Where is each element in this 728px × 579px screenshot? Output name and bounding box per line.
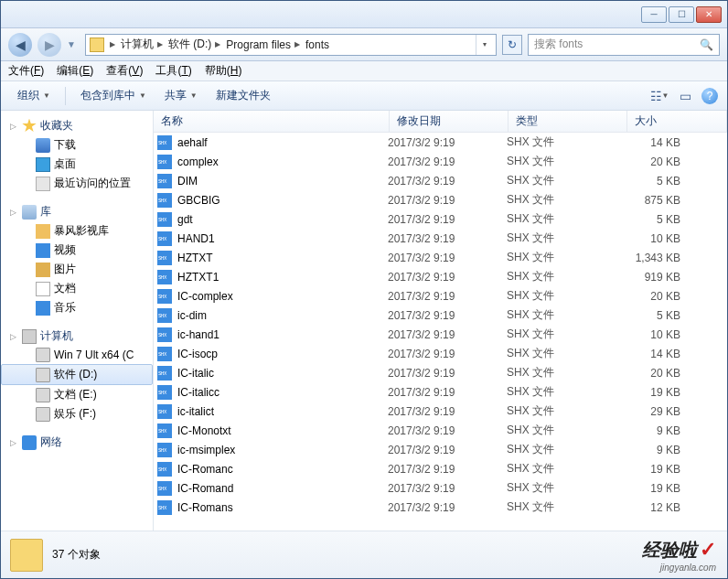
tree-downloads[interactable]: 下载: [1, 135, 153, 155]
shx-file-icon: [157, 135, 172, 150]
file-type: SHX 文件: [507, 442, 626, 457]
computer-icon: [22, 329, 37, 344]
file-name: IC-Monotxt: [177, 424, 231, 437]
tree-favorites[interactable]: ▷收藏夹: [1, 116, 153, 135]
file-row[interactable]: HZTXT12017/3/2 9:19SHX 文件919 KB: [154, 267, 727, 286]
shx-file-icon: [157, 385, 172, 400]
star-icon: [22, 119, 37, 134]
tree-documents[interactable]: 文档: [1, 279, 153, 298]
file-row[interactable]: IC-Romanc2017/3/2 9:19SHX 文件19 KB: [154, 459, 727, 478]
file-row[interactable]: IC-Monotxt2017/3/2 9:19SHX 文件9 KB: [154, 421, 727, 440]
file-type: SHX 文件: [507, 307, 626, 323]
file-name: ic-italict: [177, 405, 214, 418]
file-row[interactable]: GBCBIG2017/3/2 9:19SHX 文件875 KB: [154, 190, 727, 209]
file-type: SHX 文件: [507, 327, 626, 342]
tree-videos[interactable]: 视频: [1, 241, 153, 260]
view-mode-button[interactable]: ☷ ▼: [650, 89, 669, 103]
file-row[interactable]: IC-Romand2017/3/2 9:19SHX 文件19 KB: [154, 478, 727, 498]
minimize-button[interactable]: ─: [641, 6, 667, 23]
menu-help[interactable]: 帮助(H): [205, 63, 242, 79]
file-row[interactable]: ic-italict2017/3/2 9:19SHX 文件29 KB: [154, 402, 727, 421]
shx-file-icon: [157, 270, 172, 284]
file-size: 1,343 KB: [626, 252, 690, 264]
col-name[interactable]: 名称: [154, 111, 390, 132]
file-type: SHX 文件: [507, 403, 626, 419]
file-row[interactable]: ic-msimplex2017/3/2 9:19SHX 文件9 KB: [154, 440, 727, 459]
toolbar: 组织 ▼ 包含到库中 ▼ 共享 ▼ 新建文件夹 ☷ ▼ ▭ ?: [1, 81, 727, 111]
tree-libraries[interactable]: ▷库: [1, 202, 153, 221]
tree-drive-c[interactable]: Win 7 Ult x64 (C: [1, 346, 153, 364]
history-dropdown[interactable]: ▼: [67, 39, 80, 49]
file-row[interactable]: HAND12017/3/2 9:19SHX 文件10 KB: [154, 229, 727, 248]
menu-edit[interactable]: 编辑(E): [57, 63, 93, 79]
file-type: SHX 文件: [507, 250, 626, 265]
explorer-window: ─ ☐ ✕ ◀ ▶ ▼ ▶ 计算机▶ 软件 (D:)▶ Program file…: [0, 0, 728, 579]
breadcrumb-programfiles[interactable]: Program files▶: [226, 38, 302, 51]
menu-tools[interactable]: 工具(T): [155, 63, 191, 79]
tree-drive-e[interactable]: 文档 (E:): [1, 385, 153, 404]
col-size[interactable]: 大小: [627, 111, 727, 132]
file-row[interactable]: ic-hand12017/3/2 9:19SHX 文件10 KB: [154, 325, 727, 344]
preview-pane-button[interactable]: ▭: [676, 89, 694, 103]
recent-icon: [36, 177, 50, 191]
file-row[interactable]: gdt2017/3/2 9:19SHX 文件5 KB: [154, 209, 727, 229]
file-date: 2017/3/2 9:19: [388, 328, 507, 341]
tree-drive-f[interactable]: 娱乐 (F:): [1, 404, 153, 424]
organize-button[interactable]: 组织 ▼: [10, 85, 58, 106]
menu-view[interactable]: 查看(V): [106, 63, 143, 79]
close-button[interactable]: ✕: [696, 6, 722, 23]
col-date[interactable]: 修改日期: [390, 111, 509, 132]
maximize-button[interactable]: ☐: [669, 6, 694, 23]
file-row[interactable]: IC-italicc2017/3/2 9:19SHX 文件19 KB: [154, 382, 727, 402]
col-type[interactable]: 类型: [509, 111, 627, 132]
breadcrumb-drive[interactable]: 软件 (D:)▶: [168, 37, 222, 52]
file-date: 2017/3/2 9:19: [388, 309, 507, 322]
tree-baofeng[interactable]: 暴风影视库: [1, 221, 153, 241]
forward-button[interactable]: ▶: [37, 33, 61, 57]
file-type: SHX 文件: [507, 346, 626, 361]
file-date: 2017/3/2 9:19: [388, 213, 507, 226]
tree-drive-d[interactable]: 软件 (D:): [1, 364, 153, 385]
share-button[interactable]: 共享 ▼: [157, 85, 205, 106]
titlebar[interactable]: ─ ☐ ✕: [1, 1, 727, 28]
address-dropdown[interactable]: ▾: [476, 35, 492, 55]
new-folder-button[interactable]: 新建文件夹: [209, 85, 278, 106]
search-icon[interactable]: 🔍: [700, 38, 713, 51]
file-type: SHX 文件: [507, 384, 626, 400]
file-row[interactable]: DIM2017/3/2 9:19SHX 文件5 KB: [154, 171, 727, 190]
back-button[interactable]: ◀: [8, 33, 32, 57]
shx-file-icon: [157, 289, 172, 304]
breadcrumb-computer[interactable]: 计算机▶: [121, 37, 165, 52]
file-row[interactable]: HZTXT2017/3/2 9:19SHX 文件1,343 KB: [154, 248, 727, 267]
file-row[interactable]: IC-Romans2017/3/2 9:19SHX 文件12 KB: [154, 498, 727, 517]
refresh-button[interactable]: ↻: [502, 35, 522, 55]
file-row[interactable]: IC-italic2017/3/2 9:19SHX 文件20 KB: [154, 363, 727, 382]
address-bar[interactable]: ▶ 计算机▶ 软件 (D:)▶ Program files▶ fonts ▾: [85, 34, 497, 56]
search-placeholder: 搜索 fonts: [534, 37, 583, 52]
file-date: 2017/3/2 9:19: [388, 290, 507, 303]
breadcrumb-sep-icon[interactable]: ▶: [108, 40, 117, 48]
tree-network[interactable]: ▷网络: [1, 433, 153, 452]
include-library-button[interactable]: 包含到库中 ▼: [73, 85, 154, 106]
drive-icon: [36, 407, 50, 422]
nav-tree[interactable]: ▷收藏夹 下载 桌面 最近访问的位置 ▷库 暴风影视库 视频 图片 文档 音乐 …: [1, 111, 154, 531]
file-row[interactable]: complex2017/3/2 9:19SHX 文件20 KB: [154, 152, 727, 171]
file-row[interactable]: IC-complex2017/3/2 9:19SHX 文件20 KB: [154, 286, 727, 306]
tree-music[interactable]: 音乐: [1, 298, 153, 317]
shx-file-icon: [157, 327, 172, 342]
file-type: SHX 文件: [507, 461, 626, 477]
file-size: 5 KB: [626, 309, 690, 322]
file-row[interactable]: ic-dim2017/3/2 9:19SHX 文件5 KB: [154, 306, 727, 325]
tree-desktop[interactable]: 桌面: [1, 155, 153, 174]
search-input[interactable]: 搜索 fonts 🔍: [528, 34, 720, 56]
file-list[interactable]: aehalf2017/3/2 9:19SHX 文件14 KBcomplex201…: [154, 133, 727, 531]
tree-computer[interactable]: ▷计算机: [1, 327, 153, 346]
file-date: 2017/3/2 9:19: [388, 155, 507, 168]
file-row[interactable]: IC-isocp2017/3/2 9:19SHX 文件14 KB: [154, 344, 727, 363]
file-row[interactable]: aehalf2017/3/2 9:19SHX 文件14 KB: [154, 133, 727, 152]
tree-pictures[interactable]: 图片: [1, 260, 153, 279]
breadcrumb-fonts[interactable]: fonts: [305, 38, 329, 51]
help-button[interactable]: ?: [701, 88, 718, 104]
tree-recent[interactable]: 最近访问的位置: [1, 174, 153, 193]
menu-file[interactable]: 文件(F): [8, 63, 44, 79]
